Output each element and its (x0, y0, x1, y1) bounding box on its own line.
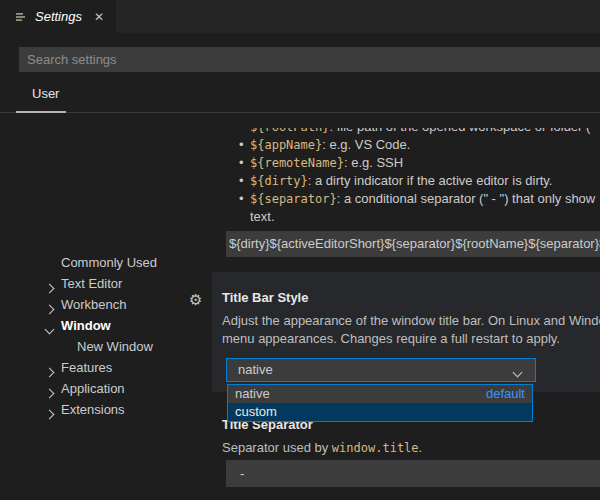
chevron-right-icon (46, 406, 58, 418)
settings-sliders-icon (14, 10, 28, 24)
bullet-icon: • (239, 136, 250, 154)
settings-content-pane: •${rootPath}: file path of the opened wo… (210, 119, 600, 500)
window-title-value-input[interactable]: ${dirty}${activeEditorShort}${separator}… (226, 231, 600, 257)
window-title-variables-list: •${rootPath}: file path of the opened wo… (239, 128, 600, 225)
default-tag: default (486, 385, 525, 403)
chevron-right-icon (46, 301, 58, 313)
header-divider (0, 112, 600, 113)
settings-toc-tree: Commonly Used Text Editor Workbench Wind… (0, 119, 210, 500)
dropdown-option-custom[interactable]: custom (228, 403, 532, 421)
variable-item: •${dirty}: a dirty indicator if the acti… (239, 172, 600, 190)
dropdown-option-native[interactable]: native default (228, 385, 532, 403)
user-scope-active-underline (16, 111, 66, 113)
bullet-icon: • (239, 154, 250, 172)
title-bar-style-dropdown: native default custom (227, 384, 533, 422)
chevron-down-icon (513, 368, 523, 378)
close-icon[interactable]: ✕ (94, 0, 104, 33)
search-input[interactable] (19, 47, 600, 72)
title-bar-style-heading: Title Bar Style (222, 290, 308, 305)
bullet-icon: • (239, 172, 250, 190)
chevron-right-icon (46, 385, 58, 397)
settings-editor-window: Settings ✕ User Commonly Used Text Edito… (0, 0, 600, 500)
variable-item: •${appName}: e.g. VS Code. (239, 136, 600, 154)
variable-item: •${separator}: a conditional separator (… (239, 190, 600, 208)
title-bar-style-description-line1: Adjust the appearance of the window titl… (222, 312, 600, 330)
bullet-icon: • (239, 128, 250, 136)
chevron-right-icon (46, 364, 58, 376)
tab-settings[interactable]: Settings ✕ (0, 0, 116, 33)
title-separator-description: Separator used by window.title. (222, 440, 422, 455)
variable-item: •${remoteName}: e.g. SSH (239, 154, 600, 172)
editor-tab-bar: Settings ✕ (0, 0, 600, 33)
chevron-right-icon (46, 280, 58, 292)
title-bar-style-description-line2: menu appearances. Changes require a full… (222, 330, 560, 348)
variable-item-continuation: text. (239, 208, 600, 225)
tab-user-scope[interactable]: User (32, 86, 59, 101)
title-separator-value-input[interactable]: - (226, 460, 600, 487)
setting-gear-icon[interactable]: ⚙ (189, 291, 202, 309)
select-value: native (238, 362, 273, 377)
title-bar-style-select[interactable]: native (226, 358, 536, 382)
chevron-down-icon (46, 321, 58, 333)
variable-item: •${rootPath}: file path of the opened wo… (239, 128, 600, 136)
tab-title: Settings (35, 9, 82, 24)
bullet-icon: • (239, 190, 250, 208)
